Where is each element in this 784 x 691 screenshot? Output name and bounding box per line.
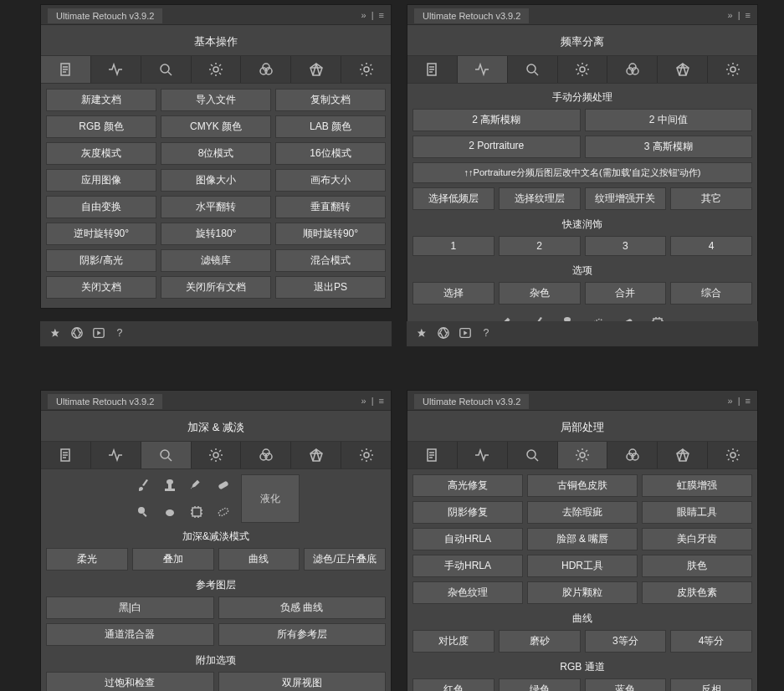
help-icon[interactable] <box>480 326 494 342</box>
basic-button[interactable]: 复制文档 <box>275 89 386 111</box>
basic-button[interactable]: 旋转180° <box>161 223 271 245</box>
collapse-icon[interactable]: » <box>361 396 366 406</box>
liquify-button[interactable]: 液化 <box>241 474 300 523</box>
option-button[interactable]: 选择 <box>412 282 494 305</box>
option-button[interactable]: 综合 <box>670 282 752 305</box>
star-icon[interactable] <box>49 326 62 342</box>
local-button[interactable]: HDR工具 <box>527 555 638 577</box>
curve-button[interactable]: 对比度 <box>412 630 494 653</box>
option-button[interactable]: 合并 <box>585 282 667 305</box>
tab-frequency[interactable] <box>458 442 508 468</box>
db-mode-button[interactable]: 柔光 <box>46 548 128 571</box>
basic-button[interactable]: 图像大小 <box>161 169 271 192</box>
local-button[interactable]: 虹膜增强 <box>642 474 752 497</box>
extra-button[interactable]: 双屏视图 <box>218 672 387 691</box>
brush-icon[interactable] <box>132 474 154 496</box>
tab-effects[interactable] <box>658 56 708 83</box>
extra-button[interactable]: 过饱和检查 <box>46 672 214 691</box>
tab-channels[interactable] <box>607 442 658 468</box>
basic-button[interactable]: CMYK 颜色 <box>161 115 271 138</box>
quick-retouch-button[interactable]: 2 <box>499 236 581 256</box>
tab-frequency[interactable] <box>91 442 141 468</box>
aperture-icon[interactable] <box>70 326 84 342</box>
local-button[interactable]: 古铜色皮肤 <box>527 474 638 497</box>
db-mode-button[interactable]: 滤色/正片叠底 <box>304 548 386 571</box>
ref-layer-button[interactable]: 所有参考层 <box>218 623 387 646</box>
portraiture-rename-button[interactable]: ↑↑Portraiture分频后图层改中文名(需加载'自定义按钮'动作) <box>412 162 752 183</box>
tab-channels[interactable] <box>607 56 658 83</box>
menu-icon[interactable]: ≡ <box>379 10 384 20</box>
tab-effects[interactable] <box>658 442 708 468</box>
basic-button[interactable]: 水平翻转 <box>161 196 271 218</box>
quick-retouch-button[interactable]: 4 <box>670 236 752 256</box>
play-icon[interactable] <box>459 326 472 342</box>
db-mode-button[interactable]: 曲线 <box>218 548 300 571</box>
tab-document[interactable] <box>407 56 458 83</box>
freq-layer-button[interactable]: 纹理增强开关 <box>585 187 667 210</box>
local-button[interactable]: 皮肤色素 <box>642 581 752 604</box>
patch-icon[interactable] <box>213 501 234 523</box>
tab-frequency[interactable] <box>458 56 508 83</box>
ref-layer-button[interactable]: 黑|白 <box>46 596 214 619</box>
tab-channels[interactable] <box>241 442 291 468</box>
curve-button[interactable]: 3等分 <box>585 630 667 653</box>
zoom-icon[interactable] <box>132 501 154 523</box>
local-button[interactable]: 自动HRLA <box>412 528 523 550</box>
basic-button[interactable]: 关闭所有文档 <box>161 276 271 299</box>
local-button[interactable]: 脸部 & 嘴唇 <box>527 528 638 550</box>
basic-button[interactable]: LAB 颜色 <box>275 115 386 138</box>
basic-button[interactable]: 逆时旋转90° <box>46 223 156 245</box>
freq-button[interactable]: 2 中间值 <box>585 109 753 131</box>
menu-icon[interactable]: ≡ <box>746 10 751 20</box>
tab-settings[interactable] <box>341 56 391 83</box>
local-button[interactable]: 眼睛工具 <box>642 501 752 524</box>
basic-button[interactable]: 灰度模式 <box>46 142 156 165</box>
freq-button[interactable]: 2 Portraiture <box>412 136 581 158</box>
option-button[interactable]: 杂色 <box>499 282 581 305</box>
tab-document[interactable] <box>41 56 91 83</box>
freq-button[interactable]: 2 高斯模糊 <box>412 109 581 131</box>
help-icon[interactable] <box>114 326 127 342</box>
tab-settings[interactable] <box>708 56 757 83</box>
quick-retouch-button[interactable]: 1 <box>412 236 494 256</box>
db-mode-button[interactable]: 叠加 <box>132 548 214 571</box>
basic-button[interactable]: 导入文件 <box>161 89 271 111</box>
ref-layer-button[interactable]: 负感 曲线 <box>218 596 387 619</box>
basic-button[interactable]: 顺时旋转90° <box>275 223 386 245</box>
basic-button[interactable]: 退出PS <box>275 276 386 299</box>
rgb-button[interactable]: 反相 <box>670 678 752 691</box>
menu-icon[interactable]: ≡ <box>746 396 751 406</box>
tab-local[interactable] <box>192 442 242 468</box>
brush2-icon[interactable] <box>186 474 208 496</box>
basic-button[interactable]: 阴影/高光 <box>46 249 156 272</box>
tab-dodge-burn[interactable] <box>141 442 192 468</box>
local-button[interactable]: 肤色 <box>642 555 752 577</box>
tab-settings[interactable] <box>341 442 391 468</box>
basic-button[interactable]: 自由变换 <box>46 196 156 218</box>
heal-icon[interactable] <box>213 474 234 496</box>
curve-button[interactable]: 4等分 <box>670 630 752 653</box>
tab-frequency[interactable] <box>91 56 141 83</box>
aperture-icon[interactable] <box>437 326 450 342</box>
freq-layer-button[interactable]: 其它 <box>670 187 752 210</box>
local-button[interactable]: 阴影修复 <box>412 501 523 524</box>
local-button[interactable]: 胶片颗粒 <box>527 581 638 604</box>
basic-button[interactable]: 垂直翻转 <box>275 196 386 218</box>
tab-dodge-burn[interactable] <box>141 56 192 83</box>
basic-button[interactable]: 应用图像 <box>46 169 156 192</box>
tab-local[interactable] <box>558 56 608 83</box>
freq-button[interactable]: 3 高斯模糊 <box>585 136 753 158</box>
basic-button[interactable]: 新建文档 <box>46 89 156 111</box>
local-button[interactable]: 高光修复 <box>412 474 523 497</box>
basic-button[interactable]: 滤镜库 <box>161 249 271 272</box>
local-button[interactable]: 去除瑕疵 <box>527 501 638 524</box>
smudge-icon[interactable] <box>159 501 181 523</box>
quick-retouch-button[interactable]: 3 <box>585 236 667 256</box>
rgb-button[interactable]: 蓝色 <box>585 678 667 691</box>
local-button[interactable]: 杂色纹理 <box>412 581 523 604</box>
local-button[interactable]: 美白牙齿 <box>642 528 752 550</box>
menu-icon[interactable]: ≡ <box>379 396 384 406</box>
collapse-icon[interactable]: » <box>361 10 366 20</box>
tab-channels[interactable] <box>241 56 291 83</box>
chip-icon[interactable] <box>186 501 208 523</box>
